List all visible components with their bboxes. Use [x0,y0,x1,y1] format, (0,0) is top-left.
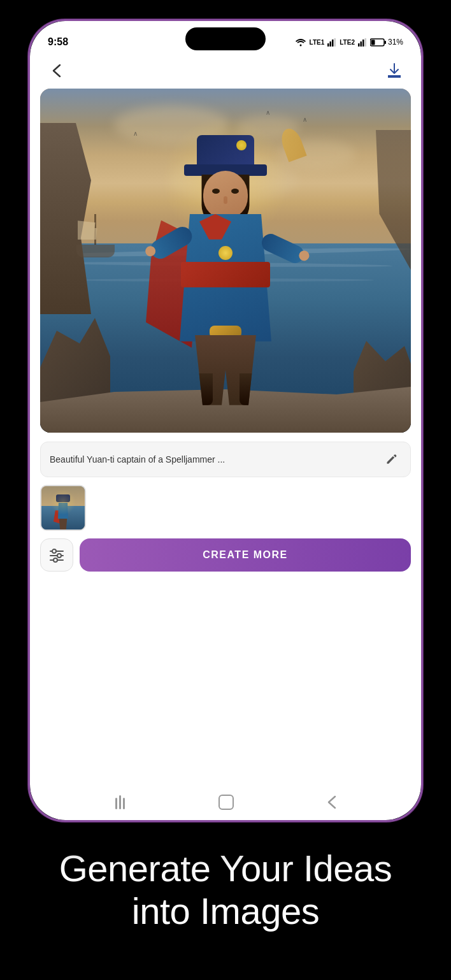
pirate-legs [187,335,264,405]
coat-collar [199,214,231,240]
battery-icon [370,38,387,47]
boot-right [240,373,259,405]
create-more-button[interactable]: CREATE MORE [80,538,411,572]
bar-1 [115,798,117,809]
hat-ornament [236,140,247,150]
svg-rect-3 [332,40,334,47]
status-time: 9:58 [48,36,68,48]
bird-3: ∧ [266,109,270,116]
prompt-text: Beautiful Yuan-ti captain of a Spelljamm… [50,454,382,465]
wifi-icon [295,38,306,47]
settings-sliders-icon [48,547,65,563]
signal-bars-1 [327,38,336,47]
thumbnails-row [40,485,411,531]
signal-lte2: LTE2 [340,39,355,46]
home-indicator-bar [30,784,421,820]
bar-2 [119,795,121,809]
home-button[interactable] [218,795,234,810]
signal-lte1: LTE1 [310,39,325,46]
svg-rect-1 [327,43,329,47]
ship-sail-2 [86,227,97,240]
pirate-figure [143,138,308,405]
download-icon [387,62,402,79]
boot-left [194,373,213,405]
svg-rect-6 [360,41,362,47]
svg-rect-10 [384,41,386,44]
tagline-line1: Generate Your Ideas [38,847,413,890]
tagline-line2: into Images [38,890,413,933]
status-bar: 9:58 LTE1 LTE2 [30,21,421,54]
battery-indicator: 31% [370,38,403,47]
status-icons: LTE1 LTE2 [295,38,403,47]
pirate-eye-left [212,189,220,194]
svg-rect-2 [330,41,332,47]
bar-3 [123,798,125,809]
thumbnail-1[interactable] [40,485,86,531]
home-bars [115,795,125,809]
back-icon [52,64,61,78]
download-button[interactable] [383,59,406,82]
back-button[interactable] [45,59,68,82]
pirate-nose [224,196,227,204]
pirate-head [203,171,248,219]
svg-rect-7 [362,40,364,47]
cliff-left [40,123,91,314]
edit-prompt-button[interactable] [382,450,401,469]
svg-point-0 [299,44,301,46]
hat-crown [197,135,254,167]
svg-rect-5 [358,43,360,47]
battery-percent: 31% [388,38,403,47]
main-image-container: ∧ ∧ ∧ [40,89,411,433]
svg-point-17 [54,558,57,562]
pirate-arm-right [259,231,306,266]
svg-rect-8 [364,38,366,47]
pirate-scene: ∧ ∧ ∧ [40,89,411,433]
svg-rect-11 [371,40,375,45]
ship-hull [76,245,115,257]
svg-point-13 [52,549,56,553]
dynamic-island [185,27,266,50]
bird-2: ∧ [303,116,307,123]
bird-1: ∧ [133,130,138,137]
phone-screen: 9:58 LTE1 LTE2 [30,21,421,820]
bottom-text-section: Generate Your Ideas into Images [0,822,451,970]
top-nav [30,54,421,89]
pirate-hand-left [143,244,157,258]
svg-rect-4 [334,38,336,47]
home-back-icon [327,795,336,809]
content-area: Beautiful Yuan-ti captain of a Spelljamm… [30,433,421,784]
nav-back[interactable] [327,795,336,809]
prompt-row: Beautiful Yuan-ti captain of a Spelljamm… [40,442,411,477]
thumb-inner-1 [41,486,85,530]
pirate-eye-right [231,189,239,194]
action-row: CREATE MORE [40,538,411,572]
coat-medallion [218,246,233,260]
background-ship [70,219,121,257]
coat-red-sash [181,262,270,287]
svg-point-15 [57,554,61,558]
pirate-hat [184,138,267,176]
phone-shell: 9:58 LTE1 LTE2 [28,19,423,822]
edit-icon [385,453,398,466]
signal-bars-2 [358,38,367,47]
settings-button[interactable] [40,538,73,572]
